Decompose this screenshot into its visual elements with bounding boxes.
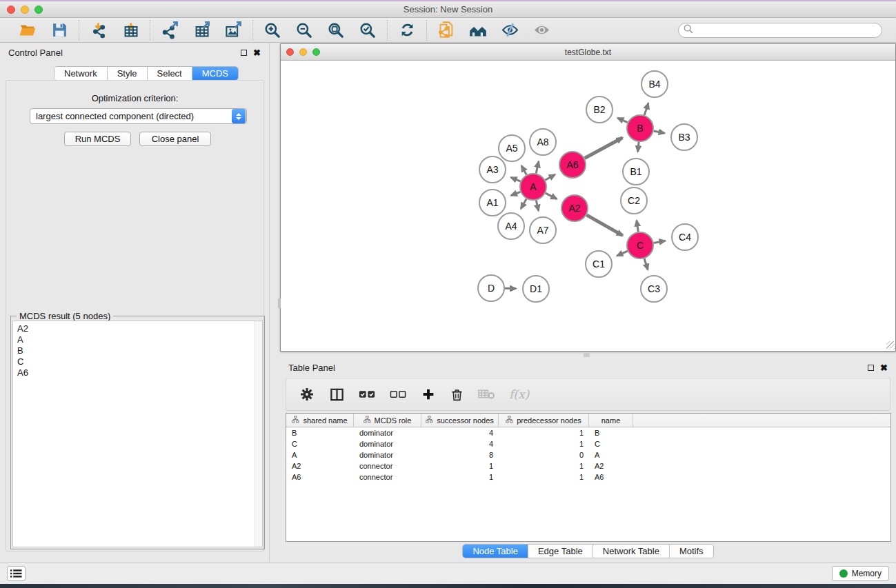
graph-node-A6[interactable]: A6 <box>559 152 586 178</box>
graph-edge-C-C4[interactable] <box>654 241 666 243</box>
graph-node-C[interactable]: C <box>627 232 653 258</box>
tab-motifs[interactable]: Motifs <box>670 545 713 558</box>
graph-node-A1[interactable]: A1 <box>479 190 506 216</box>
mcds-result-item[interactable]: A6 <box>17 367 255 378</box>
column-header-successor-nodes[interactable]: successor nodes <box>421 414 499 427</box>
mcds-result-item[interactable]: C <box>17 356 255 367</box>
hide-details-eye-icon[interactable] <box>500 21 519 40</box>
graph-edge-A-A8[interactable] <box>536 161 539 173</box>
splitter-handle[interactable] <box>278 298 281 308</box>
tab-edge-table[interactable]: Edge Table <box>528 545 593 558</box>
column-header-predecessor-nodes[interactable]: predecessor nodes <box>499 414 589 427</box>
export-network-icon[interactable] <box>160 21 179 40</box>
horizontal-splitter-grip[interactable] <box>584 353 590 357</box>
close-panel-button[interactable]: Close panel <box>139 132 211 146</box>
table-row[interactable]: A6connector11A6 <box>286 472 890 483</box>
table-row[interactable]: Adominator80A <box>286 449 890 460</box>
graph-edge-A-A1[interactable] <box>511 192 520 195</box>
table-row[interactable]: Cdominator41C <box>286 438 890 449</box>
mcds-result-item[interactable]: A <box>17 334 255 345</box>
tab-select[interactable]: Select <box>148 67 192 80</box>
mcds-result-item[interactable]: B <box>17 345 255 356</box>
tab-node-table[interactable]: Node Table <box>463 545 528 558</box>
graph-edge-B-B1[interactable] <box>638 142 639 152</box>
close-table-panel-icon[interactable]: ✖ <box>880 363 888 372</box>
column-header-name[interactable]: name <box>589 414 633 427</box>
open-file-icon[interactable] <box>18 21 37 40</box>
mcds-result-item[interactable]: A2 <box>17 323 255 334</box>
graph-edge-A-A5[interactable] <box>521 165 526 174</box>
graph-node-B1[interactable]: B1 <box>623 159 649 185</box>
graph-edge-A-A7[interactable] <box>536 201 538 211</box>
graph-node-B4[interactable]: B4 <box>641 71 668 97</box>
column-header-shared-name[interactable]: shared name <box>286 414 354 427</box>
tab-network[interactable]: Network <box>54 67 108 80</box>
import-table-icon[interactable] <box>121 21 140 40</box>
graph-edge-A-A2[interactable] <box>546 193 557 199</box>
memory-button[interactable]: Memory <box>832 566 889 581</box>
search-input[interactable] <box>697 24 882 37</box>
graph-edge-A-A3[interactable] <box>511 177 521 181</box>
network-window-titlebar[interactable]: testGlobe.txt <box>281 44 895 61</box>
graph-edge-C-C2[interactable] <box>637 221 638 232</box>
run-mcds-button[interactable]: Run MCDS <box>64 132 131 146</box>
new-network-doc-icon[interactable] <box>437 21 456 40</box>
graph-node-A7[interactable]: A7 <box>530 217 556 243</box>
save-session-icon[interactable] <box>50 21 69 40</box>
graph-edge-B-B3[interactable] <box>654 131 665 133</box>
graph-node-B2[interactable]: B2 <box>586 97 613 123</box>
tab-network-table[interactable]: Network Table <box>593 545 670 558</box>
graph-node-C4[interactable]: C4 <box>672 224 698 250</box>
delete-trash-icon[interactable] <box>450 387 464 403</box>
graph-edge-B-B4[interactable] <box>644 103 648 115</box>
graph-edge-A6-B[interactable] <box>585 138 623 159</box>
network-canvas[interactable]: B4B2BB3A8A5A6A3B1AC2A1A2A4A7C4CC1C3DD1 <box>281 61 895 350</box>
graph-node-A4[interactable]: A4 <box>498 213 524 239</box>
show-columns-icon[interactable] <box>329 387 345 403</box>
show-details-eye-icon[interactable] <box>532 21 551 40</box>
task-history-button[interactable] <box>7 566 26 581</box>
result-scrollbar[interactable] <box>255 321 262 547</box>
graph-edge-B-B2[interactable] <box>617 118 627 123</box>
table-row[interactable]: A2connector11A2 <box>286 460 890 472</box>
graph-edge-C-C3[interactable] <box>644 258 648 270</box>
zoom-fit-icon[interactable] <box>326 21 346 40</box>
graph-node-B3[interactable]: B3 <box>671 124 697 150</box>
export-image-icon[interactable] <box>223 21 243 40</box>
graph-node-C3[interactable]: C3 <box>641 276 667 302</box>
graph-node-A[interactable]: A <box>520 174 546 200</box>
table-row[interactable]: Bdominator41B <box>286 427 890 438</box>
tab-mcds[interactable]: MCDS <box>192 67 238 80</box>
zoom-out-icon[interactable] <box>295 21 314 40</box>
graph-edge-A2-C[interactable] <box>586 215 622 236</box>
graph-edge-A-A6[interactable] <box>545 174 555 180</box>
criterion-dropdown[interactable]: largest connected component (directed) <box>30 108 247 124</box>
refresh-icon[interactable] <box>397 21 417 40</box>
graph-node-D[interactable]: D <box>478 275 504 301</box>
add-column-icon[interactable] <box>421 387 436 402</box>
column-header-MCDS-role[interactable]: MCDS role <box>354 414 421 427</box>
graph-node-C1[interactable]: C1 <box>586 251 612 277</box>
graph-node-C2[interactable]: C2 <box>621 187 647 214</box>
graph-node-A2[interactable]: A2 <box>561 195 588 221</box>
graph-node-D1[interactable]: D1 <box>523 276 549 302</box>
graph-edge-C-C1[interactable] <box>617 251 627 256</box>
close-panel-icon[interactable]: ✖ <box>253 48 261 57</box>
tab-style[interactable]: Style <box>108 67 148 80</box>
select-all-checks-icon[interactable] <box>359 388 376 401</box>
zoom-in-icon[interactable] <box>263 21 282 40</box>
search-field[interactable] <box>678 23 882 38</box>
graph-node-A3[interactable]: A3 <box>479 156 506 183</box>
window-resize-grip[interactable] <box>886 341 895 349</box>
float-table-panel-icon[interactable] <box>868 365 874 371</box>
zoom-selected-icon[interactable] <box>358 21 377 40</box>
home-pair-icon[interactable] <box>468 21 488 40</box>
graph-node-A8[interactable]: A8 <box>530 129 556 155</box>
graph-edge-A-A4[interactable] <box>521 199 526 208</box>
graph-node-B[interactable]: B <box>627 115 653 141</box>
unselect-all-checks-icon[interactable] <box>390 388 407 401</box>
graph-node-A5[interactable]: A5 <box>499 135 525 161</box>
import-network-icon[interactable] <box>89 21 108 40</box>
gear-icon[interactable] <box>299 386 315 403</box>
export-table-icon[interactable] <box>192 21 211 40</box>
